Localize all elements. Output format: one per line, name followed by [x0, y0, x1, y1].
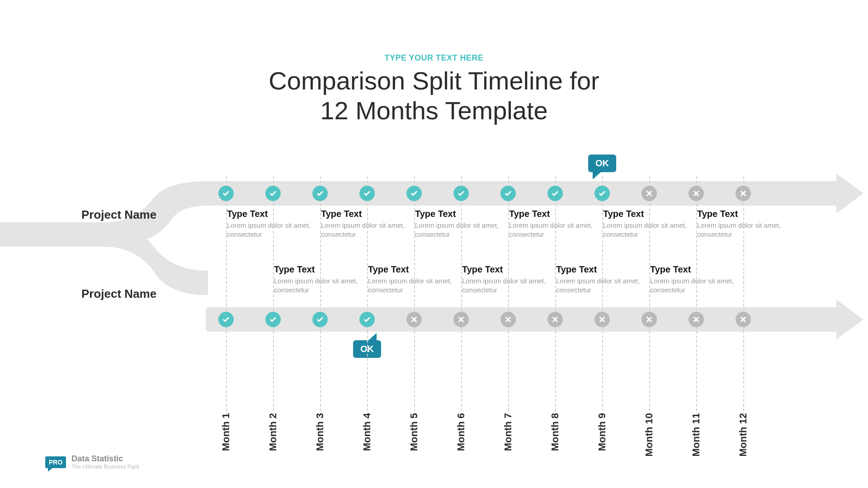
bottom-status-dot — [547, 312, 563, 327]
footer-title: Data Statistic — [71, 454, 139, 464]
top-info-block: Type TextLorem ipsum dolor sit amet, con… — [321, 209, 407, 239]
info-heading: Type Text — [603, 209, 689, 219]
info-heading: Type Text — [509, 209, 595, 219]
info-heading: Type Text — [650, 264, 736, 275]
info-heading: Type Text — [274, 264, 360, 275]
project-label-top: Project Name — [81, 208, 156, 222]
top-status-dot — [265, 186, 281, 201]
callout-top: OK — [588, 155, 616, 172]
info-body: Lorem ipsum dolor sit amet, consectetur — [368, 277, 454, 295]
bottom-arrow-head-icon — [836, 300, 863, 339]
month-label: Month 3 — [314, 413, 326, 451]
info-heading: Type Text — [697, 209, 783, 219]
bottom-info-block: Type TextLorem ipsum dolor sit amet, con… — [274, 264, 360, 295]
month-label: Month 11 — [690, 413, 702, 457]
top-status-dot — [689, 186, 704, 201]
eyebrow: TYPE YOUR TEXT HERE — [0, 53, 868, 63]
month-label: Month 7 — [502, 413, 514, 451]
month-label: Month 2 — [267, 413, 279, 451]
top-info-block: Type TextLorem ipsum dolor sit amet, con… — [509, 209, 595, 239]
page-title: Comparison Split Timeline for 12 Months … — [0, 66, 868, 126]
callout-top-text: OK — [595, 158, 609, 168]
month-label: Month 4 — [361, 413, 373, 451]
bottom-info-block: Type TextLorem ipsum dolor sit amet, con… — [556, 264, 642, 295]
top-status-dot — [406, 186, 422, 201]
month-label: Month 6 — [455, 413, 467, 451]
bottom-info-block: Type TextLorem ipsum dolor sit amet, con… — [650, 264, 736, 295]
info-body: Lorem ipsum dolor sit amet, consectetur — [462, 277, 548, 295]
footer-badge: PRO — [45, 456, 66, 468]
bottom-info-block: Type TextLorem ipsum dolor sit amet, con… — [368, 264, 454, 295]
timeline-chart: Project Name Project Name OK OK Month 1M… — [0, 136, 868, 425]
top-status-dot — [359, 186, 375, 201]
top-status-dot — [594, 186, 610, 201]
bottom-status-dot — [265, 312, 281, 327]
month-label: Month 9 — [596, 413, 608, 451]
info-heading: Type Text — [462, 264, 548, 275]
info-body: Lorem ipsum dolor sit amet, consectetur — [556, 277, 642, 295]
top-info-block: Type TextLorem ipsum dolor sit amet, con… — [603, 209, 689, 239]
top-status-dot — [453, 186, 469, 201]
top-info-block: Type TextLorem ipsum dolor sit amet, con… — [415, 209, 501, 239]
month-label: Month 5 — [408, 413, 420, 451]
top-info-block: Type TextLorem ipsum dolor sit amet, con… — [697, 209, 783, 239]
top-status-dot — [642, 186, 657, 201]
month-label: Month 1 — [220, 413, 232, 451]
bottom-status-dot — [312, 312, 328, 327]
footer-subtitle: The Ultimate Business Pack — [71, 464, 139, 470]
bottom-status-dot — [642, 312, 657, 327]
info-heading: Type Text — [415, 209, 501, 219]
bottom-status-dot — [500, 312, 516, 327]
bottom-status-dot — [453, 312, 469, 327]
info-body: Lorem ipsum dolor sit amet, consectetur — [227, 221, 313, 239]
info-body: Lorem ipsum dolor sit amet, consectetur — [697, 221, 783, 239]
info-heading: Type Text — [368, 264, 454, 275]
top-status-dot — [736, 186, 751, 201]
top-arrow-head-icon — [836, 174, 863, 213]
footer: PRO Data Statistic The Ultimate Business… — [45, 454, 139, 470]
bottom-status-dot — [689, 312, 704, 327]
title-line2: 12 Months Template — [320, 96, 547, 125]
bottom-status-dot — [359, 312, 375, 327]
info-heading: Type Text — [227, 209, 313, 219]
info-body: Lorem ipsum dolor sit amet, consectetur — [603, 221, 689, 239]
top-status-dot — [218, 186, 234, 201]
month-label: Month 12 — [737, 413, 749, 457]
info-body: Lorem ipsum dolor sit amet, consectetur — [321, 221, 407, 239]
info-body: Lorem ipsum dolor sit amet, consectetur — [415, 221, 501, 239]
info-heading: Type Text — [321, 209, 407, 219]
month-label: Month 8 — [549, 413, 561, 451]
info-body: Lorem ipsum dolor sit amet, consectetur — [509, 221, 595, 239]
top-status-dot — [547, 186, 563, 201]
info-heading: Type Text — [556, 264, 642, 275]
top-info-block: Type TextLorem ipsum dolor sit amet, con… — [227, 209, 313, 239]
info-body: Lorem ipsum dolor sit amet, consectetur — [650, 277, 736, 295]
month-label: Month 10 — [643, 413, 655, 457]
bottom-status-dot — [218, 312, 234, 327]
top-status-dot — [500, 186, 516, 201]
top-status-dot — [312, 186, 328, 201]
title-line1: Comparison Split Timeline for — [269, 66, 599, 95]
project-label-bottom: Project Name — [81, 287, 156, 301]
info-body: Lorem ipsum dolor sit amet, consectetur — [274, 277, 360, 295]
bottom-status-dot — [736, 312, 751, 327]
bottom-status-dot — [406, 312, 422, 327]
bottom-status-dot — [594, 312, 610, 327]
split-arrow-shape — [0, 169, 208, 300]
bottom-info-block: Type TextLorem ipsum dolor sit amet, con… — [462, 264, 548, 295]
